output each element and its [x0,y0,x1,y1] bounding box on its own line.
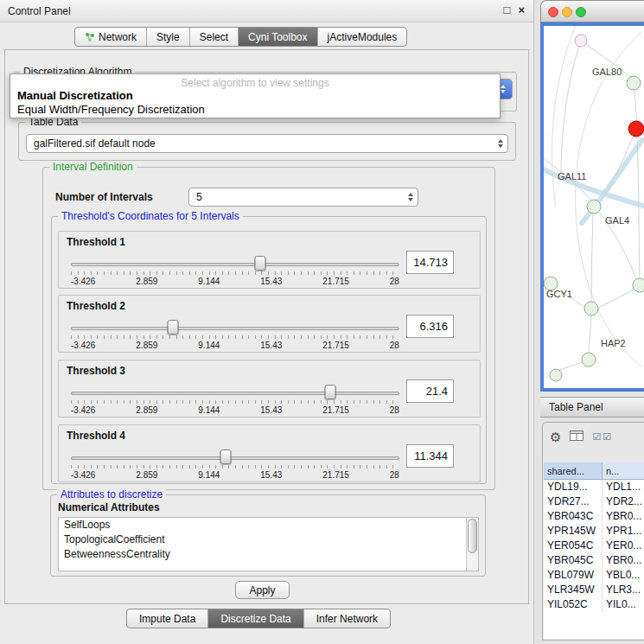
table-row[interactable]: YER054CYER0... [544,539,644,553]
network-node[interactable] [633,278,644,292]
network-node-selected[interactable] [628,121,644,137]
threshold-2-slider[interactable]: -3.426 2.859 9.144 15.43 21.715 28 [71,316,399,351]
list-item-selfloops[interactable]: SelfLoops [59,518,478,532]
slider-thumb[interactable] [255,256,266,271]
threshold-4-slider[interactable]: -3.426 2.859 9.144 15.43 21.715 28 [71,446,399,481]
tab-jactivemodules-label: jActiveModules [328,31,398,43]
scale-tick-label: 15.43 [260,277,282,286]
dropdown-option-manual-discretization[interactable]: Manual Discretization [17,89,133,102]
threshold-4-value-field[interactable]: 11.344 [406,444,454,468]
list-scrollbar-thumb[interactable] [468,519,477,553]
slider-ticks [71,335,399,339]
slider-ticks [71,271,399,275]
network-edge[interactable] [559,361,585,370]
network-canvas-frame: GAL80 GAL11 GAL4 GCY1 HAP2 [540,22,644,392]
table-row[interactable]: YPR145WYPR1... [544,524,644,539]
threshold-1-value-field[interactable]: 14.713 [406,251,454,274]
slider-thumb[interactable] [220,450,231,464]
table-row[interactable]: YDL19...YDL1... [544,480,644,494]
dropdown-stepper-icon [498,139,503,148]
table-row[interactable]: YLR345WYLR3... [544,583,644,597]
tab-impute-data[interactable]: Impute Data [127,609,208,628]
scale-tick-label: 9.144 [198,341,220,350]
table-row[interactable]: YIL052CYIL0... [544,597,644,612]
node-label-gcy1: GCY1 [546,289,572,299]
tab-select[interactable]: Select [190,28,239,46]
dropdown-option-equal-width-frequency[interactable]: Equal Width/Frequency Discretization [17,103,205,116]
threshold-3-label: Threshold 3 [67,365,125,377]
tab-jactivemodules[interactable]: jActiveModules [318,28,407,46]
threshold-3-value-field[interactable]: 21.4 [406,379,454,403]
minimize-traffic-light-button[interactable] [562,7,572,17]
attributes-to-discretize-group: Attributes to discretize Numerical Attri… [50,494,486,577]
tab-cyni-toolbox[interactable]: Cyni Toolbox [239,28,317,46]
scale-tick-label: 9.144 [198,277,220,286]
threshold-2-value-field[interactable]: 6.316 [406,315,454,338]
close-traffic-light-button[interactable] [548,7,558,17]
apply-button[interactable]: Apply [235,581,290,599]
zoom-traffic-light-button[interactable] [576,7,586,17]
table-row[interactable]: YBR043CYBR0... [544,509,644,524]
threshold-2-label: Threshold 2 [67,300,125,312]
network-node-gal4[interactable] [587,200,601,214]
table-row[interactable]: YDR27...YDR2... [544,494,644,509]
network-canvas[interactable]: GAL80 GAL11 GAL4 GCY1 HAP2 [544,26,644,388]
attributes-to-discretize-label: Attributes to discretize [57,488,166,501]
tab-network[interactable]: Network [75,28,147,46]
control-panel-tabs: Network Style Select Cyni Toolbox jActiv… [74,27,407,47]
table-row[interactable]: YBL079WYBL0... [544,568,644,583]
list-scrollbar[interactable] [466,518,478,571]
tab-discretize-data[interactable]: Discretize Data [208,609,303,628]
network-edge[interactable] [589,316,591,353]
slider-thumb[interactable] [167,320,178,335]
network-node[interactable] [575,35,587,47]
columns-icon-glyph [570,430,583,441]
close-window-button[interactable]: × [518,3,525,16]
node-label-hap2: HAP2 [601,338,626,348]
table-data-dropdown[interactable]: galFiltered.sif default node [26,134,508,153]
number-of-intervals-spinner[interactable]: 5 [188,188,418,207]
table-row[interactable]: YBR045CYBR0... [544,553,644,568]
slider-track[interactable] [71,327,399,330]
scale-tick-label: 21.715 [322,470,349,480]
tab-infer-network[interactable]: Infer Network [304,609,390,628]
scale-tick-label: 2.859 [136,470,157,480]
threshold-3-slider[interactable]: -3.426 2.859 9.144 15.43 21.715 28 [71,381,399,416]
network-node[interactable] [584,302,598,316]
scale-tick-label: 15.43 [260,405,282,415]
slider-track[interactable] [71,456,399,460]
interval-definition-group: Interval Definition Number of Intervals … [42,167,495,490]
slider-track[interactable] [71,392,399,395]
slider-track[interactable] [71,263,399,266]
threshold-1-slider[interactable]: -3.426 2.859 9.144 15.43 21.715 28 [71,252,399,287]
slider-thumb[interactable] [325,385,336,399]
column-header-shared-name[interactable]: shared... [544,462,603,480]
column-header-name[interactable]: n... [603,462,644,480]
network-edge[interactable] [591,214,593,302]
slider-scale: -3.426 2.859 9.144 15.43 21.715 28 [71,405,399,415]
network-node-hap2[interactable] [582,353,596,367]
slider-scale: -3.426 2.859 9.144 15.43 21.715 28 [71,341,399,350]
columns-icon[interactable] [570,429,583,444]
network-node[interactable] [627,76,641,90]
scale-tick-label: 2.859 [136,341,157,350]
threshold-coordinates-label: Threshold's Coordinates for 5 Intervals [58,210,243,222]
interval-definition-label: Interval Definition [49,161,137,173]
scale-tick-label: -3.426 [71,470,95,480]
algorithm-dropdown-popup: Select algorithm to view settings Manual… [10,73,501,118]
network-edge[interactable] [598,290,634,308]
network-node[interactable] [550,369,562,381]
table-settings-gear-icon[interactable]: ⚙ [550,430,561,443]
network-edge[interactable] [634,86,637,122]
threshold-4-panel: Threshold 4 -3.426 2.859 9.144 15.43 21.… [58,424,481,482]
slider-ticks [71,465,399,469]
column-checkbox-icons[interactable]: ☑☑ [592,431,613,443]
list-item-betweennesscentrality[interactable]: BetweennessCentrality [59,547,478,562]
float-window-button[interactable]: □ [504,3,511,16]
network-window-titlebar[interactable] [540,0,644,22]
tab-style[interactable]: Style [147,28,190,46]
list-item-topologicalcoefficient[interactable]: TopologicalCoefficient [59,532,478,547]
threshold-4-label: Threshold 4 [67,430,125,442]
network-edge[interactable] [637,137,640,279]
number-of-intervals-label: Number of Intervals [55,191,153,203]
